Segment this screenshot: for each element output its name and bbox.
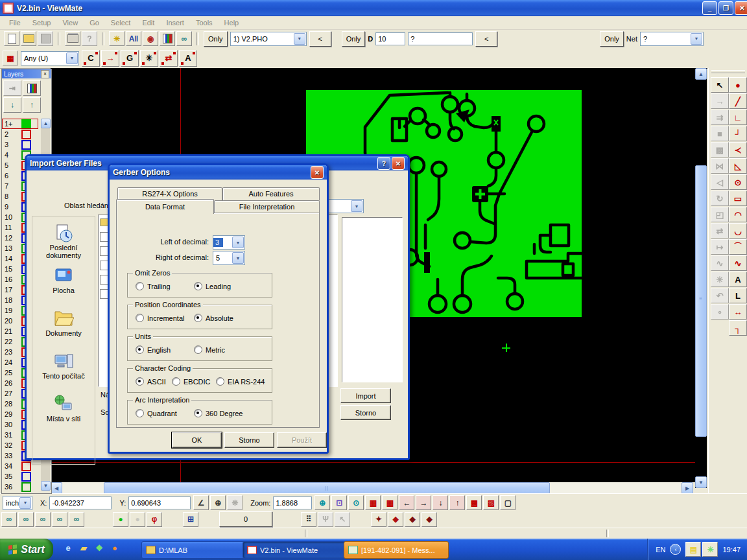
layer-color-swatch[interactable]: [21, 461, 31, 471]
scale-tool-button[interactable]: ◰: [711, 207, 729, 222]
layer-color-swatch[interactable]: [21, 482, 31, 492]
chevron-down-icon[interactable]: ▼: [691, 33, 702, 45]
dcode-input[interactable]: [375, 32, 405, 45]
task-viewmate[interactable]: V2.bin - ViewMate: [243, 541, 348, 559]
menu-setup[interactable]: Setup: [27, 18, 56, 28]
draw-polygon-tool-button[interactable]: ◺: [729, 158, 747, 174]
sel-component-button[interactable]: C: [82, 50, 100, 67]
pointer-tool-button[interactable]: ↖: [711, 77, 729, 93]
ok-button[interactable]: OK: [172, 432, 222, 448]
zoom-window-button[interactable]: ⊡: [331, 495, 347, 510]
place-my-computer[interactable]: Tento počítač: [42, 351, 84, 394]
grid-offset-button[interactable]: ▨: [483, 495, 499, 510]
menu-tools[interactable]: Tools: [191, 18, 218, 28]
tab-file-interpretation[interactable]: File Interpretation: [214, 200, 320, 213]
group-tool-button[interactable]: ∘: [711, 304, 729, 320]
chevron-down-icon[interactable]: ▼: [232, 237, 244, 248]
y-coordinate-field[interactable]: [128, 496, 191, 509]
palette-handle[interactable]: [711, 70, 745, 73]
pan-down-button[interactable]: ↓: [433, 495, 448, 510]
tile-windows-button[interactable]: ⊞: [183, 512, 198, 527]
units-combo[interactable]: inch ▼: [3, 496, 32, 510]
undo-tool-button[interactable]: ↶: [711, 288, 729, 303]
radio-english[interactable]: English: [136, 345, 171, 354]
sel-trace-button[interactable]: →: [101, 50, 119, 67]
firefox-launcher-button[interactable]: ●: [109, 541, 121, 555]
radio-quadrant[interactable]: Quadrant: [136, 409, 177, 417]
layer-down-button[interactable]: ↓: [3, 97, 21, 113]
radio-eia-rs244[interactable]: EIA RS-244: [216, 377, 265, 386]
grid-toggle-button[interactable]: ▦: [382, 495, 397, 510]
close-icon[interactable]: ✕: [311, 166, 324, 179]
rotate-tool-button[interactable]: ↻: [711, 191, 729, 206]
only-dcode-button[interactable]: Only: [342, 31, 366, 47]
radio-absolute[interactable]: Absolute: [194, 314, 233, 322]
layer-color-swatch[interactable]: [21, 140, 31, 150]
draw-polyline-tool-button[interactable]: ∟: [729, 110, 747, 125]
vertical-scrollbar[interactable]: ▲ ≡ ▼: [695, 68, 707, 488]
flash-mode-3-button[interactable]: ◆: [405, 512, 420, 527]
radio-icon[interactable]: [194, 345, 202, 354]
context-help-button[interactable]: ?: [82, 31, 97, 46]
task-dmlab[interactable]: D:\MLAB: [141, 541, 246, 559]
radio-icon[interactable]: [136, 314, 144, 322]
layer-color-swatch[interactable]: [21, 472, 31, 482]
draw-circle-tool-button[interactable]: ⊙: [729, 174, 747, 190]
radio-360-degree[interactable]: 360 Degree: [194, 409, 243, 417]
fill-tool-button[interactable]: ■: [711, 126, 729, 141]
pan-right-button[interactable]: →: [416, 495, 431, 510]
draw-elbow-tool-button[interactable]: ┐: [729, 320, 747, 336]
move-points-button[interactable]: ↖: [335, 512, 350, 527]
ie-launcher-button[interactable]: e: [62, 541, 74, 555]
chevron-down-icon[interactable]: ▼: [294, 33, 305, 45]
storno-button[interactable]: Storno: [340, 405, 391, 420]
menu-view[interactable]: View: [57, 18, 83, 28]
origin-target-button[interactable]: ⊕: [210, 495, 226, 510]
anchor-button[interactable]: Ψ: [318, 512, 333, 527]
draw-openpoly-tool-button[interactable]: ≺: [729, 142, 747, 158]
sel-text-button[interactable]: A: [179, 50, 197, 67]
chevron-down-icon[interactable]: ▼: [66, 52, 78, 64]
measure-glasses-button[interactable]: ∞: [176, 31, 192, 46]
menu-edit[interactable]: Edit: [137, 18, 160, 28]
menu-help[interactable]: Help: [219, 18, 244, 28]
zoom-field[interactable]: [273, 496, 312, 509]
selection-filter-button[interactable]: ▦: [3, 51, 18, 65]
layer-row-36[interactable]: 36: [2, 482, 38, 492]
only-net-button[interactable]: Only: [600, 31, 624, 47]
menu-file[interactable]: File: [4, 18, 26, 28]
apply-button[interactable]: Použít: [277, 432, 327, 448]
layer-row-2[interactable]: 2: [2, 129, 38, 139]
scroll-up-button[interactable]: ▲: [695, 68, 707, 80]
layer-row-3[interactable]: 3: [2, 139, 38, 150]
gerber-options-titlebar[interactable]: Gerber Options ✕: [110, 165, 327, 180]
close-button[interactable]: ✕: [735, 1, 747, 15]
flash-mode-1-button[interactable]: ✦: [371, 512, 386, 527]
help-icon[interactable]: ?: [377, 157, 390, 170]
scroll-up-button[interactable]: ▲: [41, 119, 51, 128]
swap-tool-button[interactable]: ⇄: [711, 223, 729, 239]
print-button[interactable]: [65, 31, 80, 46]
draw-line-tool-button[interactable]: ╱: [729, 93, 747, 109]
restore-button[interactable]: ❐: [718, 1, 733, 15]
scroll-left-button[interactable]: ◀: [51, 482, 62, 494]
radio-icon[interactable]: [136, 409, 144, 417]
grid-add-button[interactable]: ▩: [466, 495, 482, 510]
measure-angle-button[interactable]: ∠: [193, 495, 209, 510]
prev-layer-button[interactable]: <: [309, 31, 331, 47]
horizontal-scroll-thumb[interactable]: ||: [104, 482, 550, 494]
chevron-down-icon[interactable]: ▼: [351, 200, 362, 212]
place-desktop[interactable]: Plocha: [53, 266, 75, 309]
relative-origin-button[interactable]: ❋: [227, 495, 243, 510]
replace-tool-button[interactable]: ↦: [711, 239, 729, 255]
sel-flash-button[interactable]: ✳: [140, 50, 158, 67]
flash-mode-2-button[interactable]: ◆: [388, 512, 403, 527]
chevron-down-icon[interactable]: ▼: [232, 252, 244, 264]
layer-row-35[interactable]: 35: [2, 471, 38, 482]
menu-select[interactable]: Select: [106, 18, 136, 28]
radio-ebcdic[interactable]: EBCDIC: [172, 377, 211, 386]
x-coordinate-field[interactable]: [49, 496, 112, 509]
view-sketch-button[interactable]: ∞: [69, 512, 84, 527]
radio-ascii[interactable]: ASCII: [136, 377, 166, 386]
help-launcher-button[interactable]: ❖: [93, 541, 105, 555]
